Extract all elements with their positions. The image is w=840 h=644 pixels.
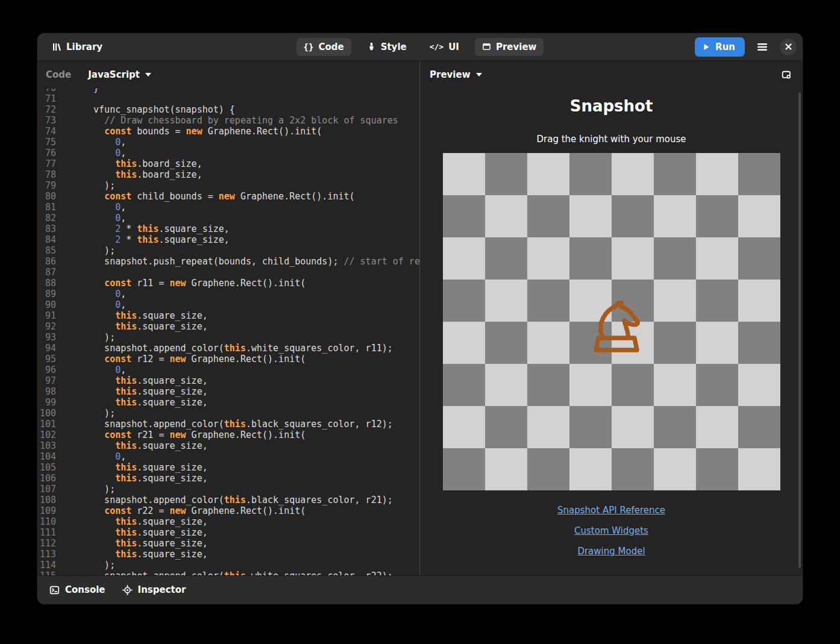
board-square [696,364,738,406]
link-custom-widgets[interactable]: Custom Widgets [420,521,803,541]
board-square [527,153,569,195]
close-button[interactable] [780,39,797,55]
line-number: 74 [37,126,56,137]
code-line: 113 this.square_size, [37,549,419,560]
line-number: 94 [37,343,56,354]
code-line: 105 this.square_size, [37,462,419,473]
desktop-background: Library {} Code Style </> UI [0,0,840,644]
bottom-bar: Console Inspector [37,575,803,604]
line-number: 95 [37,354,56,364]
console-toggle-button[interactable]: Console [49,584,105,595]
line-number: 104 [37,451,56,462]
chessboard[interactable] [443,153,780,490]
line-number: 97 [37,375,56,386]
line-number: 73 [37,115,56,126]
board-square [485,153,527,195]
style-toggle-button[interactable]: Style [360,38,414,56]
board-square [612,237,654,280]
link-drawing-model[interactable]: Drawing Model [420,541,803,561]
code-line: 109 const r22 = new Graphene.Rect().init… [37,505,419,516]
board-square [738,237,780,280]
code-line: 97 this.square_size, [37,375,419,386]
code-line: 100 ); [37,408,419,419]
board-square [485,364,527,406]
code-line: 103 this.square_size, [37,440,419,451]
preview-selector[interactable]: Preview [428,67,483,83]
line-number: 85 [37,245,56,256]
line-number: 98 [37,386,56,397]
code-line: 92 this.square_size, [37,321,419,332]
demo-subtitle: Drag the knight with your mouse [420,134,803,145]
console-label: Console [65,584,105,595]
board-square [443,406,485,448]
knight-piece[interactable] [593,301,640,352]
ui-toggle-button[interactable]: </> UI [422,38,466,56]
board-square [696,322,738,364]
inspector-toggle-button[interactable]: Inspector [122,584,186,595]
line-number: 115 [37,571,56,575]
code-line: 73 // Draw chessboard by repeating a 2x2… [37,115,419,126]
board-square [654,280,696,322]
menu-button[interactable] [753,39,771,55]
board-square [612,406,654,448]
code-line: 75 0, [37,137,419,148]
code-line: 99 this.square_size, [37,397,419,408]
board-square [738,364,780,406]
line-number: 101 [37,419,56,430]
line-number: 78 [37,169,56,180]
braces-icon: {} [304,42,314,52]
board-square [527,406,569,448]
board-square [738,280,780,322]
headerbar: Library {} Code Style </> UI [37,33,803,61]
board-square [569,195,612,237]
code-line: 80 const child_bounds = new Graphene.Rec… [37,191,419,202]
code-line: 89 0, [37,289,419,299]
code-toggle-label: Code [318,42,343,52]
code-line: 111 this.square_size, [37,527,419,538]
code-line: 78 this.board_size, [37,169,419,180]
board-square [443,322,485,364]
preview-pane: Preview Snapshot [420,61,803,575]
line-number: 91 [37,310,56,321]
board-square [443,237,485,280]
open-preview-window-button[interactable] [779,67,794,83]
workbench-window: Library {} Code Style </> UI [37,33,803,604]
preview-scrollbar[interactable] [798,92,801,568]
code-line: 110 this.square_size, [37,516,419,527]
code-line: 76 0, [37,148,419,158]
board-square [654,406,696,448]
chevron-down-icon [476,73,482,77]
code-line: 107 ); [37,484,419,495]
language-selector[interactable]: JavaScript [87,67,152,83]
board-square [612,195,654,237]
line-number: 86 [37,256,56,267]
code-pane-header: Code JavaScript [37,61,419,89]
code-pane: Code JavaScript 70 }7172 vfunc_snapshot(… [37,61,420,575]
code-line: 71 [37,93,419,104]
window-icon [482,42,491,51]
code-line: 74 const bounds = new Graphene.Rect().in… [37,126,419,137]
line-number: 82 [37,213,56,224]
run-label: Run [715,42,735,52]
line-number: 105 [37,462,56,473]
code-line: 87 [37,267,419,278]
line-number: 112 [37,538,56,549]
link-snapshot-api-reference[interactable]: Snapshot API Reference [420,500,803,521]
code-toggle-button[interactable]: {} Code [296,38,351,56]
run-button[interactable]: Run [695,37,745,57]
preview-body: Snapshot Drag the knight with your mouse… [420,89,803,575]
board-square [527,322,569,364]
board-square [569,448,612,490]
board-square [569,364,612,406]
preview-toggle-button[interactable]: Preview [475,38,544,56]
board-square [738,153,780,195]
line-number: 77 [37,158,56,169]
board-square [485,406,527,448]
board-square [654,237,696,280]
line-number: 87 [37,267,56,278]
line-number: 79 [37,180,56,191]
code-editor[interactable]: 70 }7172 vfunc_snapshot(snapshot) {73 //… [37,89,419,575]
scrollbar-thumb[interactable] [798,92,801,568]
board-square [527,280,569,322]
code-line: 95 const r12 = new Graphene.Rect().init( [37,354,419,364]
